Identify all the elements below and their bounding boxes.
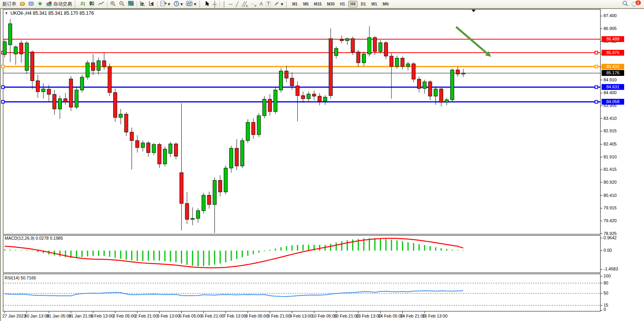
candle-body: [207, 195, 211, 205]
timeframe-button-h4[interactable]: H4: [348, 1, 358, 7]
price-axis-tick-label: 78.925: [604, 231, 617, 236]
price-level-badge: 85.432: [602, 64, 624, 70]
channel-tool-button[interactable]: ╱╱ E: [240, 0, 249, 8]
candle-body: [42, 89, 45, 92]
candlestick-chart-icon: [89, 1, 95, 7]
fibonacci-tool-button[interactable]: ┄ F: [249, 0, 258, 8]
level-handle-left[interactable]: [2, 100, 4, 103]
price-level-badge: 84.631: [602, 84, 624, 90]
chart-collapse-icon[interactable]: ▼: [5, 11, 8, 15]
candle-body: [31, 52, 34, 81]
candlestick-chart-button[interactable]: [88, 0, 97, 8]
candle-body: [307, 94, 311, 99]
text-tool-icon: A: [260, 2, 263, 7]
periods-button[interactable]: ▾: [172, 0, 185, 8]
time-axis-label: 10 Feb 21:00: [334, 314, 359, 318]
signal-button[interactable]: [36, 0, 45, 8]
price-level-badge: 84.058: [602, 99, 624, 105]
dropdown-arrow-icon[interactable]: ▾: [194, 2, 197, 7]
dropdown-arrow-icon[interactable]: ▾: [168, 2, 170, 7]
candle-body: [213, 181, 216, 205]
vertical-line-tool-button[interactable]: │: [221, 0, 227, 8]
gold-panel-button[interactable]: [18, 0, 27, 8]
timeframe-button-m30[interactable]: M30: [325, 1, 337, 7]
candle-body: [279, 71, 283, 90]
horizontal-line-tool-button[interactable]: ─: [227, 0, 234, 8]
trend-arrow-line[interactable]: [456, 27, 489, 55]
tile-windows-button[interactable]: [126, 0, 135, 8]
arrows-tool-button[interactable]: ▾: [272, 0, 285, 8]
level-handle-right[interactable]: [595, 65, 598, 68]
time-axis-label: 13 Feb 13:00: [356, 314, 381, 318]
candle-body: [125, 114, 128, 132]
toolbar-grip[interactable]: [199, 1, 202, 7]
candle-body: [224, 168, 228, 192]
timeframe-button-m5[interactable]: M5: [301, 1, 311, 7]
candle-body: [58, 99, 62, 109]
candle-body: [301, 96, 305, 99]
time-axis-label: 31 Jan 05:00: [47, 314, 72, 318]
candle-body: [158, 144, 161, 164]
time-axis-label: 6 Feb 21:00: [201, 314, 224, 318]
chart-canvas[interactable]: [0, 9, 644, 321]
rsi-axis-label: 80: [604, 281, 608, 285]
timeframe-button-h1[interactable]: H1: [338, 1, 347, 7]
auto-trading-button[interactable]: 自动交易: [45, 0, 74, 8]
rsi-line: [5, 291, 463, 296]
toolbar-separator: [157, 1, 158, 7]
price-level-badge: 85.975: [602, 50, 624, 56]
level-handle-right[interactable]: [595, 86, 598, 88]
time-axis-label: 6 Feb 05:00: [179, 314, 202, 318]
level-handle-right[interactable]: [595, 100, 598, 103]
search-button[interactable]: [621, 0, 630, 8]
cursor-tool-button[interactable]: [203, 0, 211, 8]
time-axis-label: 27 Jan 2023: [2, 314, 26, 318]
vertical-line-icon: │: [223, 2, 226, 7]
timeframe-button-m15[interactable]: M15: [312, 1, 324, 7]
text-tool-button[interactable]: A: [258, 0, 264, 8]
timeframe-button-m1[interactable]: M1: [290, 1, 300, 7]
auto-scroll-button[interactable]: [138, 0, 147, 8]
candle-body: [147, 143, 150, 153]
candle-body: [335, 48, 338, 55]
timeframe-button-w1[interactable]: W1: [369, 1, 379, 7]
candle-body: [390, 56, 393, 66]
chart-shift-button[interactable]: [147, 0, 156, 8]
terminal-button[interactable]: [27, 0, 36, 8]
candle-body: [418, 79, 421, 89]
fibonacci-sub-label: F: [254, 4, 256, 8]
level-handle-right[interactable]: [595, 51, 598, 54]
timeframe-button-mn[interactable]: MN: [380, 1, 391, 7]
crosshair-tool-button[interactable]: ┼: [211, 0, 219, 8]
toolbar-grip[interactable]: [75, 1, 77, 7]
current-price-badge: 85.176: [602, 70, 624, 76]
toolbar-grip[interactable]: [286, 1, 289, 7]
candle-body: [197, 210, 200, 218]
clock-icon: [174, 1, 179, 8]
object-anchor-marker[interactable]: [472, 10, 476, 12]
label-tool-icon: T: [266, 1, 271, 7]
timeframe-toolbar: M1M5M15M30H1H4D1W1MN: [290, 1, 391, 7]
indicators-button[interactable]: ▾: [159, 0, 172, 8]
price-axis-tick-label: 79.420: [604, 218, 617, 223]
candle-body: [152, 144, 156, 153]
dropdown-arrow-icon[interactable]: ▾: [181, 2, 183, 7]
candle-body: [174, 144, 178, 156]
candle-body: [290, 78, 294, 86]
bar-chart-button[interactable]: [79, 0, 88, 8]
new-order-button[interactable]: 新订单: [1, 0, 18, 8]
label-tool-button[interactable]: T: [264, 0, 272, 8]
line-chart-button[interactable]: [97, 0, 106, 8]
level-handle-left[interactable]: [2, 65, 4, 68]
level-handle-left[interactable]: [2, 86, 4, 88]
candle-body: [439, 89, 443, 102]
notifications-button[interactable]: 1: [630, 0, 642, 8]
zoom-in-button[interactable]: [109, 0, 118, 8]
templates-button[interactable]: ▾: [184, 0, 198, 8]
dropdown-arrow-icon[interactable]: ▾: [281, 2, 283, 7]
template-icon: [186, 1, 193, 7]
timeframe-button-d1[interactable]: D1: [358, 1, 368, 7]
time-axis-label: 8 Feb 21:00: [268, 314, 291, 318]
zoom-out-button[interactable]: [118, 0, 126, 8]
trendline-tool-button[interactable]: ╱: [234, 0, 240, 8]
